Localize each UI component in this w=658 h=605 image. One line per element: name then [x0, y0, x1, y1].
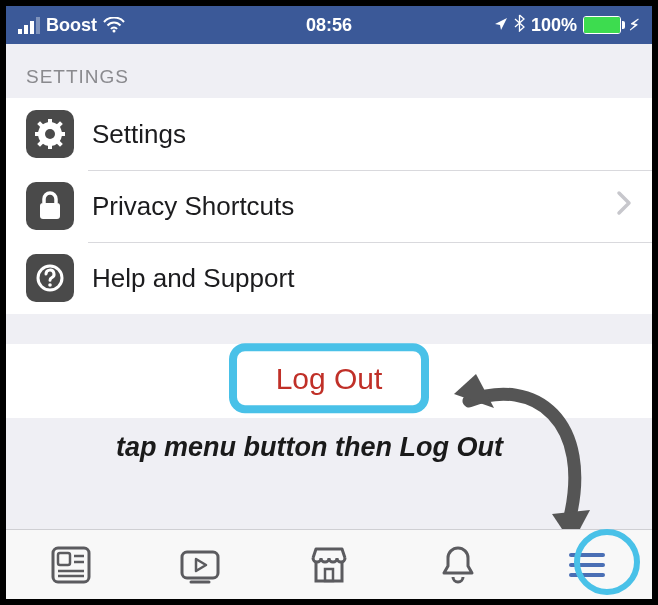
lock-icon [26, 182, 74, 230]
svg-rect-6 [59, 132, 65, 136]
svg-point-13 [48, 283, 52, 287]
signal-icon [18, 17, 40, 34]
feed-icon [50, 545, 92, 585]
annotation-text: tap menu button then Log Out [6, 418, 652, 463]
svg-point-0 [113, 30, 116, 33]
tab-bar [6, 529, 652, 599]
tab-marketplace[interactable] [294, 538, 364, 592]
charging-icon: ⚡︎ [629, 16, 640, 34]
section-header-settings: SETTINGS [6, 44, 652, 98]
row-label-settings: Settings [92, 119, 186, 150]
app-screenshot: Boost 08:56 100% ⚡︎ [0, 0, 658, 605]
bluetooth-icon [514, 14, 525, 37]
hamburger-icon [566, 549, 608, 581]
marketplace-icon [307, 544, 351, 586]
tab-menu[interactable] [552, 538, 622, 592]
status-left: Boost [18, 15, 125, 36]
svg-rect-11 [40, 203, 60, 219]
carrier-label: Boost [46, 15, 97, 36]
svg-rect-15 [58, 553, 70, 565]
chevron-right-icon [616, 189, 632, 223]
wifi-icon [103, 17, 125, 33]
logout-section: Log Out [6, 344, 652, 418]
row-label-privacy: Privacy Shortcuts [92, 191, 294, 222]
row-help[interactable]: Help and Support [6, 242, 652, 314]
logout-button[interactable]: Log Out [276, 362, 383, 396]
status-bar: Boost 08:56 100% ⚡︎ [6, 6, 652, 44]
tab-video[interactable] [165, 538, 235, 592]
gear-icon [26, 110, 74, 158]
svg-point-2 [45, 129, 55, 139]
svg-rect-22 [325, 569, 333, 581]
battery-icon [583, 16, 621, 34]
row-settings[interactable]: Settings [6, 98, 652, 170]
tab-notifications[interactable] [423, 538, 493, 592]
video-icon [177, 545, 223, 585]
row-privacy[interactable]: Privacy Shortcuts [6, 170, 652, 242]
svg-rect-5 [35, 132, 41, 136]
battery-pct-label: 100% [531, 15, 577, 36]
svg-rect-4 [48, 143, 52, 149]
bell-icon [439, 544, 477, 586]
location-icon [494, 15, 508, 36]
settings-list: Settings Privacy Shortcuts [6, 98, 652, 314]
tab-feed[interactable] [36, 538, 106, 592]
row-label-help: Help and Support [92, 263, 294, 294]
status-right: 100% ⚡︎ [494, 14, 640, 37]
svg-rect-3 [48, 119, 52, 125]
question-icon [26, 254, 74, 302]
svg-rect-20 [182, 552, 218, 578]
